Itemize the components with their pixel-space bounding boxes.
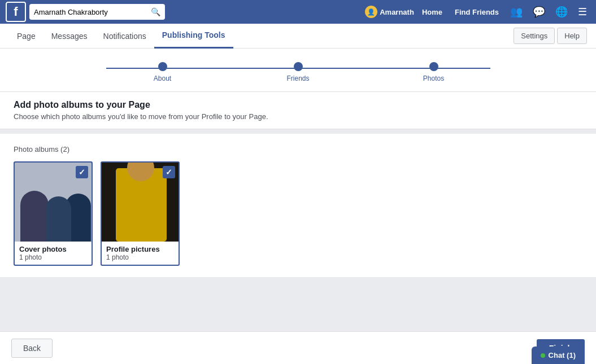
friends-icon[interactable]: 👥	[507, 3, 526, 20]
albums-section: Photo albums (2) ✓ Cover photos 1 photo	[0, 134, 596, 277]
albums-title: Photo albums (2)	[14, 145, 582, 154]
top-navigation: f 🔍 👤 Amarnath Home Find Friends 👥 💬 🌐 ☰	[0, 0, 596, 24]
album-count-cover: 1 photo	[19, 253, 87, 261]
chat-bubble[interactable]: Chat (1)	[532, 347, 585, 364]
stepper-label-about: About	[154, 74, 171, 82]
stepper-dot-friends	[294, 62, 303, 71]
find-friends-link[interactable]: Find Friends	[450, 6, 503, 19]
nav-right: 👤 Amarnath Home Find Friends 👥 💬 🌐 ☰	[365, 3, 590, 20]
main-content: About Friends Photos Add photo albums to…	[0, 49, 596, 364]
globe-icon[interactable]: 🌐	[552, 3, 571, 20]
info-title: Add photo albums to your Page	[14, 100, 582, 110]
nav-publishing-tools[interactable]: Publishing Tools	[154, 24, 233, 49]
info-description: Choose which photo albums you'd like to …	[14, 112, 582, 121]
help-button[interactable]: Help	[557, 28, 587, 44]
nav-username-label: Amarnath	[380, 8, 414, 16]
album-card-profile[interactable]: ✓ Profile pictures 1 photo	[101, 161, 180, 266]
messages-icon[interactable]: 💬	[529, 3, 549, 20]
stepper-dot-photos	[429, 62, 438, 71]
albums-grid: ✓ Cover photos 1 photo ✓ Profile picture…	[14, 161, 582, 266]
album-count-profile: 1 photo	[106, 253, 174, 261]
nav-messages[interactable]: Messages	[43, 24, 95, 49]
album-info-profile: Profile pictures 1 photo	[102, 242, 179, 265]
settings-button[interactable]: Settings	[514, 28, 555, 44]
nav-page[interactable]: Page	[9, 24, 43, 49]
nav-user[interactable]: 👤 Amarnath	[365, 6, 414, 18]
stepper-container: About Friends Photos	[0, 49, 596, 92]
stepper-label-friends: Friends	[286, 74, 309, 82]
stepper-step-about[interactable]: About	[95, 62, 230, 82]
facebook-logo: f	[6, 2, 26, 22]
album-name-cover: Cover photos	[19, 245, 87, 253]
photo-person-yellow	[116, 168, 167, 242]
nav-notifications[interactable]: Notifications	[95, 24, 154, 49]
avatar: 👤	[365, 6, 377, 18]
stepper-step-photos[interactable]: Photos	[366, 62, 502, 82]
album-name-profile: Profile pictures	[106, 245, 174, 253]
home-link[interactable]: Home	[417, 6, 447, 19]
search-input[interactable]	[34, 8, 151, 16]
album-info-cover: Cover photos 1 photo	[15, 242, 92, 265]
stepper-dot-about	[158, 62, 167, 71]
page-navigation: Page Messages Notifications Publishing T…	[0, 24, 596, 49]
stepper-step-friends[interactable]: Friends	[230, 62, 366, 82]
photo-person3	[66, 194, 91, 242]
album-card-cover[interactable]: ✓ Cover photos 1 photo	[14, 161, 93, 266]
back-button[interactable]: Back	[11, 339, 53, 358]
stepper-label-photos: Photos	[423, 74, 444, 82]
chat-label: Chat (1)	[549, 351, 576, 359]
search-box[interactable]: 🔍	[29, 4, 165, 20]
album-check-profile: ✓	[163, 166, 175, 178]
page-nav-right: Settings Help	[514, 28, 587, 44]
menu-icon[interactable]: ☰	[575, 3, 590, 20]
chat-dot	[541, 353, 545, 358]
stepper: About Friends Photos	[95, 62, 502, 82]
info-banner: Add photo albums to your Page Choose whi…	[0, 92, 596, 129]
album-check-cover: ✓	[76, 166, 88, 178]
bottom-bar: Back Finish	[0, 331, 596, 364]
search-icon: 🔍	[151, 7, 160, 16]
